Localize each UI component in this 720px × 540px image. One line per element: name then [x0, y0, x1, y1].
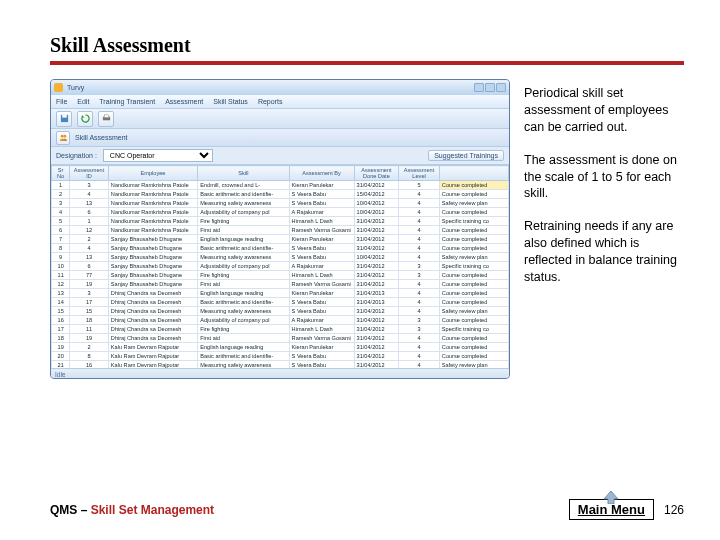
table-row[interactable]: 1515Dhiraj Chandra sa DeomeshMeasuring s… [52, 307, 509, 316]
cell: 31/04/2012 [354, 262, 399, 271]
save-icon[interactable] [56, 111, 72, 127]
table-row[interactable]: 913Sanjay Bhausaheb DhuganeMeasuring saf… [52, 253, 509, 262]
cell: 3 [399, 325, 440, 334]
cell: S Veera Babu [289, 244, 354, 253]
menu-item[interactable]: Assessment [165, 98, 203, 105]
cell: Course completed [439, 298, 508, 307]
cell: Safety review plan [439, 253, 508, 262]
col-level: Assessment Level [399, 166, 440, 181]
cell: 31/04/2012 [354, 244, 399, 253]
table-row[interactable]: 51Nandkumar Ramkrishna PatoleFire fighti… [52, 217, 509, 226]
cell: Sanjay Bhausaheb Dhugane [108, 262, 197, 271]
cell: English language reading [198, 289, 289, 298]
print-icon[interactable] [98, 111, 114, 127]
table-row[interactable]: 1219Sanjay Bhausaheb DhuganeFirst aidRam… [52, 280, 509, 289]
cell: 10 [52, 262, 70, 271]
cell: Course completed [439, 190, 508, 199]
toolbar [51, 109, 509, 129]
sub-tab-label: Skill Assessment [75, 134, 128, 141]
status-text: Idle [55, 371, 65, 378]
cell: Sanjay Bhausaheb Dhugane [108, 271, 197, 280]
cell: Fire fighting [198, 325, 289, 334]
table-row[interactable]: 133Dhiraj Chandra sa DeomeshEnglish lang… [52, 289, 509, 298]
slide-body-text: Periodical skill set assessment of emplo… [524, 79, 684, 379]
cell: Nandkumar Ramkrishna Patole [108, 190, 197, 199]
cell: 31/04/2012 [354, 343, 399, 352]
cell: Nandkumar Ramkrishna Patole [108, 226, 197, 235]
cell: Dhiraj Chandra sa Deomesh [108, 289, 197, 298]
svg-point-5 [63, 135, 66, 138]
col-employee: Employee [108, 166, 197, 181]
table-row[interactable]: 1177Sanjay Bhausaheb DhuganeFire fightin… [52, 271, 509, 280]
cell: 4 [399, 280, 440, 289]
table-row[interactable]: 313Nandkumar Ramkrishna PatoleMeasuring … [52, 199, 509, 208]
cell: S Veera Babu [289, 298, 354, 307]
cell: 77 [70, 271, 109, 280]
minimize-button[interactable] [474, 83, 484, 92]
filter-bar: Designation : CNC Operator Suggested Tra… [51, 147, 509, 165]
main-menu-button[interactable]: Main Menu [569, 499, 654, 520]
table-row[interactable]: 612Nandkumar Ramkrishna PatoleFirst aidR… [52, 226, 509, 235]
menu-item[interactable]: File [56, 98, 67, 105]
cell: 16 [52, 316, 70, 325]
cell: 18 [70, 316, 109, 325]
cell: 12 [70, 226, 109, 235]
cell: Course completed [439, 244, 508, 253]
table-row[interactable]: 72Sanjay Bhausaheb DhuganeEnglish langua… [52, 235, 509, 244]
menu-item[interactable]: Skill Status [213, 98, 248, 105]
cell: 5 [399, 181, 440, 190]
cell: Measuring safety awareness [198, 361, 289, 369]
menu-item[interactable]: Edit [77, 98, 89, 105]
cell: Specific training co [439, 217, 508, 226]
sub-tab-bar: Skill Assessment [51, 129, 509, 147]
cell: Dhiraj Chandra sa Deomesh [108, 307, 197, 316]
page-number: 126 [664, 503, 684, 517]
cell: Sanjay Bhausaheb Dhugane [108, 253, 197, 262]
cell: 4 [399, 190, 440, 199]
paragraph: Periodical skill set assessment of emplo… [524, 85, 684, 136]
table-row[interactable]: 1417Dhiraj Chandra sa DeomeshBasic arith… [52, 298, 509, 307]
cell: 31/04/2012 [354, 271, 399, 280]
cell: 10/04/2012 [354, 253, 399, 262]
refresh-icon[interactable] [77, 111, 93, 127]
slide-title: Skill Assessment [50, 34, 684, 57]
table-row[interactable]: 192Kalu Ram Devram RajputarEnglish langu… [52, 343, 509, 352]
col-srno: Sr No [52, 166, 70, 181]
cell: 31/04/2012 [354, 352, 399, 361]
close-button[interactable] [496, 83, 506, 92]
cell: 2 [70, 235, 109, 244]
footer-left-highlight: Skill Set Management [91, 503, 214, 517]
menu-item[interactable]: Training Transient [99, 98, 155, 105]
cell: 4 [399, 343, 440, 352]
cell: Specific training co [439, 325, 508, 334]
table-row[interactable]: 24Nandkumar Ramkrishna PatoleBasic arith… [52, 190, 509, 199]
cell: 15 [70, 307, 109, 316]
svg-point-4 [60, 135, 63, 138]
cell: A Rajakumar [289, 208, 354, 217]
table-row[interactable]: 13Nandkumar Ramkrishna PatoleEndmill, cr… [52, 181, 509, 190]
assessment-table-wrap[interactable]: Sr No Assessment ID Employee Skill Asses… [51, 165, 509, 368]
table-row[interactable]: 46Nandkumar Ramkrishna PatoleAdjustabili… [52, 208, 509, 217]
cell: 31/04/2012 [354, 181, 399, 190]
table-row[interactable]: 1618Dhiraj Chandra sa DeomeshAdjustabili… [52, 316, 509, 325]
table-row[interactable]: 1819Dhiraj Chandra sa DeomeshFirst aidRa… [52, 334, 509, 343]
designation-select[interactable]: CNC Operator [103, 149, 213, 162]
table-row[interactable]: 106Sanjay Bhausaheb DhuganeAdjustability… [52, 262, 509, 271]
cell: 13 [52, 289, 70, 298]
cell: 19 [52, 343, 70, 352]
cell: English language reading [198, 235, 289, 244]
table-row[interactable]: 1711Dhiraj Chandra sa DeomeshFire fighti… [52, 325, 509, 334]
cell: Basic arithmetic and identifie- [198, 352, 289, 361]
cell: 4 [399, 253, 440, 262]
cell: Kieran Parulekar [289, 289, 354, 298]
table-row[interactable]: 208Kalu Ram Devram RajputarBasic arithme… [52, 352, 509, 361]
cell: 10/04/2012 [354, 208, 399, 217]
suggested-trainings-button[interactable]: Suggested Trainings [428, 150, 504, 161]
app-window: Turvy File Edit Training Transient Asses… [50, 79, 510, 379]
cell: Nandkumar Ramkrishna Patole [108, 181, 197, 190]
table-row[interactable]: 2116Kalu Ram Devram RajputarMeasuring sa… [52, 361, 509, 369]
cell: 6 [70, 262, 109, 271]
menu-item[interactable]: Reports [258, 98, 283, 105]
maximize-button[interactable] [485, 83, 495, 92]
table-row[interactable]: 84Sanjay Bhausaheb DhuganeBasic arithmet… [52, 244, 509, 253]
